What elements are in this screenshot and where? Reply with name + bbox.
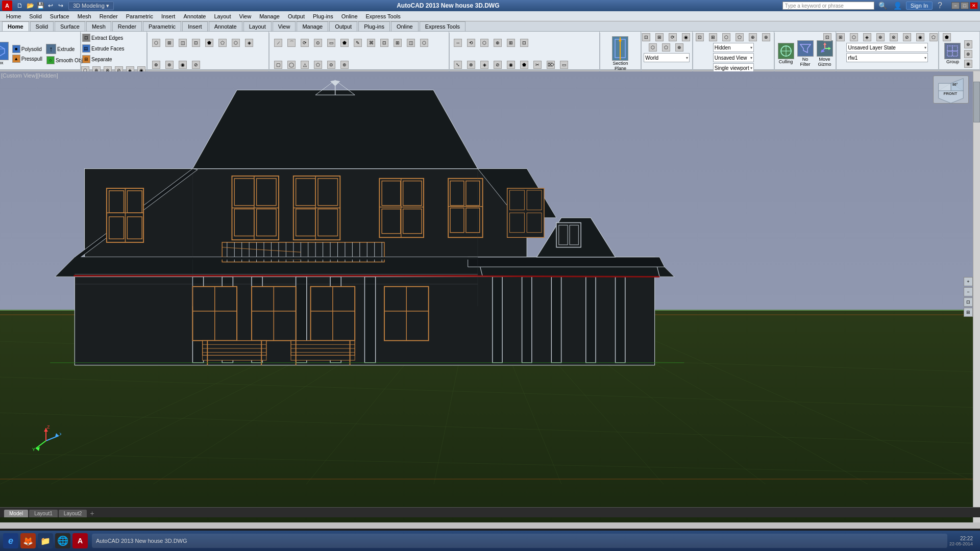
layer-name-dropdown[interactable]: rfw1 ▾ — [846, 53, 928, 62]
view-btn-2[interactable]: ⊞ — [707, 33, 720, 42]
draw-btn-3[interactable]: ⟳ — [299, 38, 311, 47]
mesh-btn-11[interactable]: ◉ — [177, 60, 189, 69]
box-button[interactable]: Box — [0, 41, 10, 67]
mesh-btn-1[interactable]: ⬡ — [151, 38, 163, 47]
draw-btn-18[interactable]: ⊛ — [339, 60, 351, 69]
menu-item-online[interactable]: Online — [337, 12, 362, 20]
mesh-btn-10[interactable]: ⊗ — [164, 60, 176, 69]
tab-plugins[interactable]: Plug-ins — [358, 21, 390, 31]
draw-btn-15[interactable]: △ — [299, 60, 311, 69]
draw-btn-9[interactable]: ⊡ — [379, 38, 391, 47]
ucs-btn-4[interactable]: ◉ — [680, 33, 693, 42]
group-btn-2[interactable]: ⊗ — [963, 49, 975, 59]
menu-item-home[interactable]: Home — [2, 12, 25, 20]
tab-layout[interactable]: Layout — [243, 21, 272, 31]
move-gizmo-button[interactable]: Move Gizmo — [816, 39, 834, 68]
taskbar-autocad-window[interactable]: AutoCAD 2013 New house 3D.DWG — [92, 534, 947, 548]
world-dropdown[interactable]: World ▾ — [644, 53, 690, 62]
layer-btn-8[interactable]: ◉ — [915, 33, 927, 42]
menu-item-plugins[interactable]: Plug-ins — [309, 12, 337, 20]
modify-btn-9[interactable]: ◈ — [479, 60, 491, 69]
taskbar-chrome[interactable]: 🌐 — [55, 533, 70, 548]
modify-btn-6[interactable]: ⊡ — [519, 38, 531, 47]
scrollbar-vertical[interactable] — [973, 71, 980, 522]
layer-btn-6[interactable]: ⊗ — [888, 33, 900, 42]
culling-button[interactable]: Culling — [777, 42, 795, 66]
tab-output[interactable]: Output — [329, 21, 357, 31]
mesh-btn-7[interactable]: ⬡ — [230, 38, 242, 47]
ucs-btn-3[interactable]: ⟳ — [667, 33, 679, 42]
rt-btn-2[interactable]: − — [964, 287, 973, 296]
modify-btn-2[interactable]: ⟲ — [465, 38, 478, 47]
menu-item-render[interactable]: Render — [95, 12, 122, 20]
draw-btn-4[interactable]: ⊙ — [312, 38, 325, 47]
mesh-btn-6[interactable]: ⬠ — [217, 38, 229, 47]
tab-express[interactable]: Express Tools — [420, 21, 465, 31]
rt-btn-3[interactable]: ⊡ — [964, 297, 973, 307]
section-plane-button[interactable]: Section Plane — [609, 35, 631, 72]
mesh-btn-8[interactable]: ◈ — [243, 38, 256, 47]
draw-btn-6[interactable]: ⬟ — [339, 38, 351, 47]
menu-item-view[interactable]: View — [235, 12, 256, 20]
menu-item-output[interactable]: Output — [284, 12, 309, 20]
menu-item-surface[interactable]: Surface — [46, 12, 74, 20]
mesh-btn-3[interactable]: ◫ — [177, 38, 189, 47]
tab-online[interactable]: Online — [391, 21, 419, 31]
ucs-btn-7[interactable]: ⊕ — [674, 43, 686, 52]
mesh-btn-2[interactable]: ⊞ — [164, 38, 176, 47]
ucs-btn-6[interactable]: ⬠ — [660, 43, 673, 52]
draw-btn-10[interactable]: ⊞ — [392, 38, 404, 47]
extract-edges-button[interactable]: ⊡ Extract Edges — [81, 33, 125, 42]
modify-btn-8[interactable]: ⊗ — [465, 60, 478, 69]
tab-home[interactable]: Home — [2, 21, 29, 31]
layer-btn-3[interactable]: ⬡ — [848, 33, 861, 42]
tab-mesh[interactable]: Mesh — [86, 21, 111, 31]
help-icon[interactable]: ? — [938, 1, 942, 10]
layer-btn-1[interactable]: ⊡ — [822, 33, 834, 42]
viewport-nav[interactable]: FRONT 86° — [933, 76, 974, 106]
menu-item-express[interactable]: Express Tools — [362, 12, 405, 20]
qa-open[interactable]: 📂 — [26, 1, 35, 10]
draw-btn-11[interactable]: ◫ — [405, 38, 418, 47]
layer-state-dropdown[interactable]: Unsaved Layer State ▾ — [846, 43, 928, 52]
mesh-btn-5[interactable]: ⬟ — [204, 38, 216, 47]
layout-tab-model[interactable]: Model — [4, 510, 28, 517]
tab-render[interactable]: Render — [112, 21, 142, 31]
modify-btn-13[interactable]: ✂ — [532, 60, 544, 69]
menu-item-annotate[interactable]: Annotate — [179, 12, 210, 20]
draw-btn-1[interactable]: ⟋ — [273, 38, 285, 47]
qa-redo[interactable]: ↪ — [56, 1, 65, 10]
close-button[interactable]: ✕ — [970, 2, 978, 9]
menu-item-mesh[interactable]: Mesh — [74, 12, 95, 20]
tab-annotate[interactable]: Annotate — [209, 21, 242, 31]
layer-btn-9[interactable]: ⬠ — [928, 33, 940, 42]
view-dropdown[interactable]: Unsaved View ▾ — [713, 53, 754, 62]
separate-button[interactable]: ⊞ Separate — [81, 55, 114, 64]
modify-btn-4[interactable]: ⊕ — [492, 38, 504, 47]
view-btn-1[interactable]: ⊡ — [694, 33, 706, 42]
draw-btn-14[interactable]: ◯ — [286, 60, 298, 69]
viewport[interactable]: [Custom View][Hidden] FRONT 86° X Z Y — [0, 71, 980, 522]
search-icon[interactable]: 🔍 — [878, 2, 887, 10]
draw-btn-16[interactable]: ⬠ — [312, 60, 325, 69]
qa-new[interactable]: 🗋 — [15, 1, 24, 10]
layout-tab-layout2[interactable]: Layout2 — [59, 510, 87, 517]
restore-button[interactable]: □ — [961, 2, 969, 9]
draw-btn-7[interactable]: ✎ — [352, 38, 364, 47]
modify-btn-5[interactable]: ⊞ — [505, 38, 518, 47]
modify-btn-15[interactable]: ▭ — [558, 60, 571, 69]
layer-btn-2[interactable]: ⊞ — [835, 33, 847, 42]
layer-btn-5[interactable]: ⊕ — [875, 33, 887, 42]
sign-in-button[interactable]: Sign In — [906, 2, 933, 10]
ucs-btn-1[interactable]: ⊡ — [641, 33, 653, 42]
qa-save[interactable]: 💾 — [36, 1, 45, 10]
group-btn-3[interactable]: ◉ — [963, 59, 975, 68]
mesh-btn-4[interactable]: ⊡ — [190, 38, 203, 47]
modify-btn-10[interactable]: ⊘ — [492, 60, 504, 69]
menu-item-insert[interactable]: Insert — [157, 12, 180, 20]
modify-btn-1[interactable]: ↔ — [452, 38, 464, 47]
view-btn-4[interactable]: ⬠ — [734, 33, 746, 42]
menu-item-parametric[interactable]: Parametric — [122, 12, 157, 20]
rt-btn-4[interactable]: ⊞ — [964, 308, 973, 317]
modify-btn-3[interactable]: ⬡ — [479, 38, 491, 47]
